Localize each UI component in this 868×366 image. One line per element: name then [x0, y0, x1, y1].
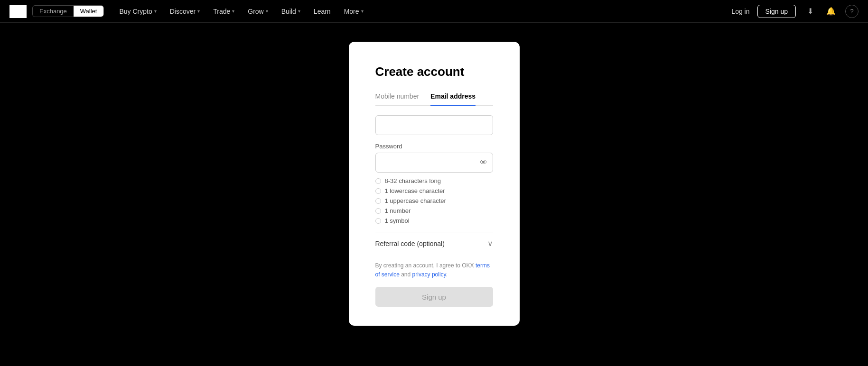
svg-rect-5: [22, 7, 24, 9]
nav-more[interactable]: More ▾: [338, 5, 369, 18]
email-input-group: [375, 115, 493, 135]
mode-tabs: Exchange Wallet: [32, 5, 104, 17]
req-uppercase-label: 1 uppercase character: [385, 197, 446, 204]
req-symbol-circle: [375, 218, 381, 224]
signup-header-button[interactable]: Sign up: [757, 5, 796, 18]
password-wrapper: 👁: [375, 153, 493, 173]
req-lowercase: 1 lowercase character: [375, 187, 493, 194]
req-symbol-label: 1 symbol: [385, 217, 410, 224]
req-number-label: 1 number: [385, 207, 411, 214]
create-account-card: Create account Mobile number Email addre…: [349, 42, 520, 326]
more-chevron-icon: ▾: [361, 9, 364, 14]
password-input[interactable]: [375, 153, 493, 173]
nav-learn[interactable]: Learn: [308, 5, 336, 18]
req-uppercase-circle: [375, 198, 381, 204]
discover-chevron-icon: ▾: [197, 9, 200, 14]
req-symbol: 1 symbol: [375, 217, 493, 224]
referral-chevron-icon: ∨: [487, 239, 493, 248]
svg-rect-3: [16, 5, 20, 11]
nav-grow[interactable]: Grow ▾: [242, 5, 273, 18]
password-input-group: Password 👁 8-32 characters long 1 lowerc…: [375, 143, 493, 224]
nav-buy-crypto[interactable]: Buy Crypto ▾: [113, 5, 162, 18]
req-number: 1 number: [375, 207, 493, 214]
submit-signup-button[interactable]: Sign up: [375, 287, 493, 307]
header: Exchange Wallet Buy Crypto ▾ Discover ▾ …: [0, 0, 868, 23]
auth-tabs: Mobile number Email address: [375, 92, 493, 106]
tab-mobile[interactable]: Mobile number: [375, 92, 420, 106]
header-right: Log in Sign up ⬇ 🔔 ?: [731, 5, 859, 18]
help-icon[interactable]: ?: [845, 5, 859, 18]
tab-email[interactable]: Email address: [430, 92, 476, 106]
terms-text: By creating an account, I agree to OKX t…: [375, 261, 493, 279]
req-length-circle: [375, 178, 381, 184]
privacy-policy-link[interactable]: privacy policy: [412, 271, 446, 278]
req-lowercase-label: 1 lowercase character: [385, 187, 445, 194]
password-requirements: 8-32 characters long 1 lowercase charact…: [375, 177, 493, 224]
referral-row[interactable]: Referral code (optional) ∨: [375, 232, 493, 255]
req-lowercase-circle: [375, 188, 381, 194]
download-icon[interactable]: ⬇: [803, 5, 817, 18]
password-label: Password: [375, 143, 493, 150]
bell-icon[interactable]: 🔔: [824, 5, 838, 18]
svg-rect-8: [16, 12, 20, 18]
build-chevron-icon: ▾: [298, 9, 300, 14]
nav-trade[interactable]: Trade ▾: [207, 5, 240, 18]
wallet-tab[interactable]: Wallet: [74, 6, 104, 17]
req-length: 8-32 characters long: [375, 177, 493, 184]
nav-discover[interactable]: Discover ▾: [164, 5, 205, 18]
req-uppercase: 1 uppercase character: [375, 197, 493, 204]
buy-crypto-chevron-icon: ▾: [154, 9, 157, 14]
trade-chevron-icon: ▾: [232, 9, 234, 14]
main-content: Create account Mobile number Email addre…: [0, 23, 868, 366]
req-length-label: 8-32 characters long: [385, 177, 441, 184]
login-button[interactable]: Log in: [731, 8, 749, 15]
svg-rect-2: [12, 7, 14, 9]
exchange-tab[interactable]: Exchange: [33, 6, 74, 17]
nav-build[interactable]: Build ▾: [276, 5, 306, 18]
eye-icon[interactable]: 👁: [480, 158, 487, 167]
main-nav: Buy Crypto ▾ Discover ▾ Trade ▾ Grow ▾ B…: [113, 5, 731, 18]
email-input[interactable]: [375, 115, 493, 135]
grow-chevron-icon: ▾: [266, 9, 268, 14]
logo: [9, 5, 27, 18]
referral-label: Referral code (optional): [375, 240, 445, 247]
req-number-circle: [375, 208, 381, 214]
svg-rect-10: [22, 14, 24, 16]
card-title: Create account: [375, 64, 493, 79]
svg-rect-7: [12, 14, 14, 16]
